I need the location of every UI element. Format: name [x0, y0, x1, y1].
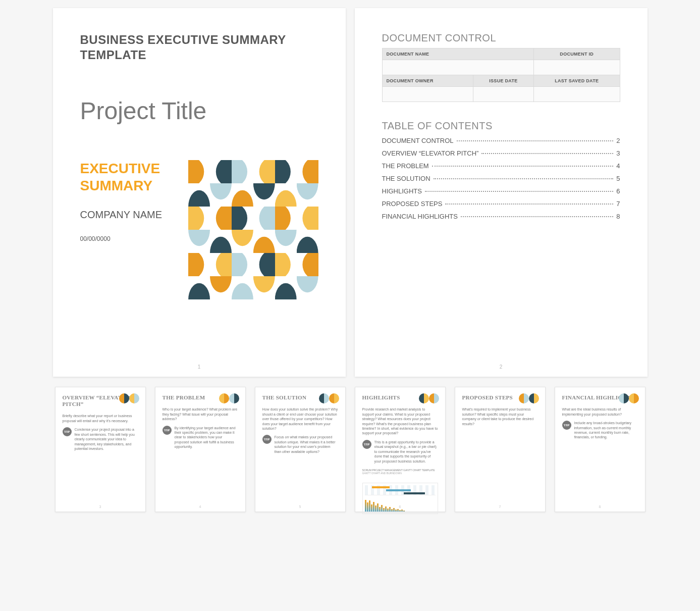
main-pages: BUSINESS EXECUTIVE SUMMARY TEMPLATE Proj… — [8, 8, 692, 377]
thumb-page-number: 8 — [555, 505, 645, 508]
thumb-tip: Condense your project proposal into a fe… — [75, 427, 138, 451]
toc-row: DOCUMENT CONTROL2 — [382, 137, 620, 144]
thumb-financial[interactable]: FINANCIAL HIGHLIGHTS What are the ideal … — [555, 387, 645, 512]
thumb-page-number: 4 — [155, 505, 245, 508]
tip-icon: TIP — [562, 421, 571, 430]
tip-icon: TIP — [262, 435, 272, 444]
project-title: Project Title — [80, 97, 318, 125]
mini-pattern-icon — [319, 393, 339, 403]
thumb-page-number: 7 — [455, 505, 545, 508]
page-number: 2 — [355, 364, 648, 370]
thumb-overview[interactable]: OVERVIEW “ELEVATOR PITCH” Briefly descri… — [55, 387, 146, 512]
date-placeholder: 00/00/0000 — [80, 235, 169, 242]
thumb-tip: Focus on what makes your proposed soluti… — [275, 435, 338, 454]
th-issue-date: ISSUE DATE — [473, 75, 533, 87]
doc-control-table: DOCUMENT NAME DOCUMENT ID DOCUMENT OWNER… — [382, 48, 620, 102]
mini-pattern-icon — [619, 393, 639, 403]
chart-sublabel: GANTT CHART AND BURNDOWN — [362, 472, 438, 475]
thumb-problem[interactable]: THE PROBLEM Who is your target audience?… — [155, 387, 246, 512]
thumb-body: Who is your target audience? What proble… — [163, 407, 238, 421]
page-1: BUSINESS EXECUTIVE SUMMARY TEMPLATE Proj… — [53, 8, 346, 377]
th-doc-id: DOCUMENT ID — [533, 48, 620, 60]
exec-summary-label: EXECUTIVE SUMMARY — [80, 160, 169, 194]
thumb-body: What's required to implement your busine… — [462, 407, 538, 426]
thumb-solution[interactable]: THE SOLUTION How does your solution solv… — [255, 387, 346, 512]
toc-row: PROPOSED STEPS 7 — [382, 200, 620, 208]
thumb-highlights[interactable]: HIGHLIGHTS Provide research and market a… — [355, 387, 446, 512]
thumb-tip: By identifying your target audience and … — [175, 426, 238, 449]
thumb-body: Briefly describe what your report or bus… — [63, 414, 138, 423]
thumb-tip: This is a great opportunity to provide a… — [374, 440, 438, 464]
mini-pattern-icon — [419, 393, 439, 403]
th-doc-name: DOCUMENT NAME — [382, 48, 533, 60]
tip-icon: TIP — [63, 427, 72, 436]
doc-control-heading: DOCUMENT CONTROL — [382, 32, 620, 44]
thumbnail-row: OVERVIEW “ELEVATOR PITCH” Briefly descri… — [8, 387, 692, 512]
tip-icon: TIP — [163, 426, 172, 435]
toc-row: THE PROBLEM 4 — [382, 162, 620, 170]
thumb-body: How does your solution solve the problem… — [262, 407, 338, 431]
toc-row: OVERVIEW “ELEVATOR PITCH” 3 — [382, 149, 620, 157]
mini-pattern-icon — [119, 393, 139, 403]
thumb-tip: Include any broad-strokes budgetary info… — [574, 421, 638, 440]
toc-heading: TABLE OF CONTENTS — [382, 120, 620, 132]
toc-row: THE SOLUTION 5 — [382, 175, 620, 182]
decorative-pattern — [188, 160, 318, 299]
template-heading: BUSINESS EXECUTIVE SUMMARY TEMPLATE — [80, 32, 318, 63]
toc-row: FINANCIAL HIGHLIGHTS 8 — [382, 213, 620, 220]
mini-gantt-chart — [362, 483, 438, 514]
page-number: 1 — [53, 364, 346, 370]
tip-icon: TIP — [362, 440, 371, 449]
th-doc-owner: DOCUMENT OWNER — [382, 75, 473, 87]
table-of-contents: DOCUMENT CONTROL2 OVERVIEW “ELEVATOR PIT… — [382, 137, 620, 220]
page-2: DOCUMENT CONTROL DOCUMENT NAME DOCUMENT … — [355, 8, 648, 377]
company-name: COMPANY NAME — [80, 208, 169, 221]
toc-row: HIGHLIGHTS 6 — [382, 187, 620, 195]
thumb-page-number: 5 — [255, 505, 345, 508]
thumb-body: What are the ideal business results of i… — [562, 407, 638, 417]
thumb-page-number: 6 — [355, 505, 445, 508]
thumb-proposed-steps[interactable]: PROPOSED STEPS What's required to implem… — [455, 387, 546, 512]
thumb-page-number: 3 — [56, 505, 145, 508]
th-last-saved: LAST SAVED DATE — [533, 75, 620, 87]
mini-pattern-icon — [219, 393, 239, 403]
thumb-body: Provide research and market analysis to … — [362, 407, 438, 436]
mini-pattern-icon — [519, 393, 539, 403]
